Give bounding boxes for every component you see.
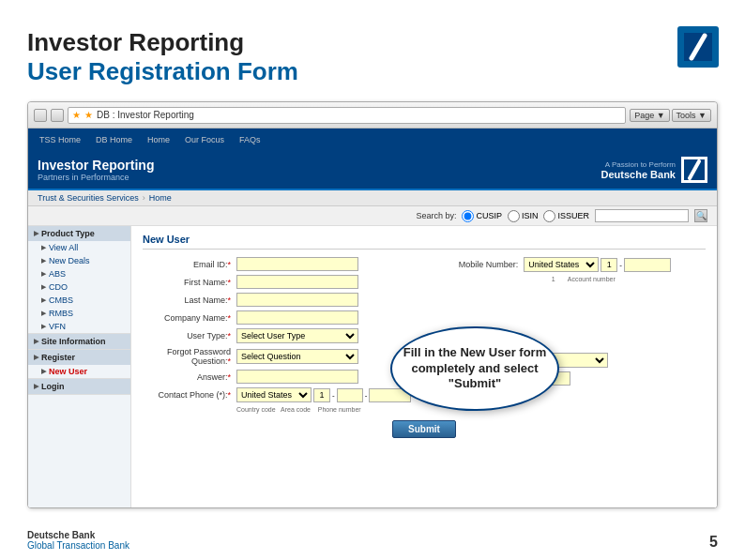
sidebar-new-user[interactable]: ▶ New User	[28, 365, 130, 378]
mobile-label: Mobile Number:	[439, 260, 524, 269]
phone-country-select[interactable]: United States	[236, 387, 312, 402]
sidebar-cmbs[interactable]: ▶ CMBS	[28, 294, 130, 307]
sidebar-cdo[interactable]: ▶ CDO	[28, 280, 130, 294]
form-row-forgotpw: Forgot Password Question:* Select Questi…	[143, 347, 411, 366]
sidebar-abs[interactable]: ▶ ABS	[28, 267, 130, 280]
email-label: Email ID:*	[143, 260, 236, 269]
firstname-input[interactable]	[236, 275, 358, 289]
usertype-label: User Type:*	[143, 331, 236, 341]
form-section-title: New User	[143, 234, 706, 250]
cusip-radio[interactable]	[462, 210, 474, 222]
search-go-btn[interactable]: 🔍	[694, 209, 707, 222]
mobile-number[interactable]	[624, 258, 671, 272]
phone-labels: Country code Area code Phone number	[236, 406, 411, 413]
nav-tss-home[interactable]: TSS Home	[36, 133, 84, 146]
browser-back-btn[interactable]	[34, 109, 47, 122]
nav-db-home[interactable]: DB Home	[92, 133, 136, 146]
browser-fwd-btn[interactable]	[51, 109, 64, 122]
search-issuer[interactable]: ISSUER	[543, 210, 589, 222]
app-db-logo	[681, 157, 707, 183]
forgotpw-label: Forgot Password Question:*	[143, 347, 236, 366]
lastname-label: Last Name:*	[143, 295, 236, 305]
sidebar-login-header[interactable]: ▶ Login	[28, 379, 130, 394]
sidebar-site-info-header[interactable]: ▶ Site Information	[28, 334, 130, 349]
breadcrumb-home[interactable]: Home	[149, 193, 172, 203]
isin-radio[interactable]	[508, 210, 520, 222]
slide-footer-left: Deutsche Bank Global Transaction Bank	[27, 530, 129, 551]
search-cusip[interactable]: CUSIP	[462, 210, 502, 222]
form-row-firstname: First Name:*	[143, 275, 411, 289]
submit-button[interactable]: Submit	[392, 420, 456, 438]
phone-area-code[interactable]	[337, 388, 363, 402]
sidebar-new-deals[interactable]: ▶ New Deals	[28, 254, 130, 267]
callout-text: Fill in the New User form completely and…	[402, 345, 548, 393]
company-input[interactable]	[236, 310, 358, 325]
app-nav: TSS Home DB Home Home Our Focus FAQs	[28, 129, 717, 151]
sidebar-product-type-header[interactable]: ▶ Product Type	[28, 226, 130, 241]
form-row-lastname: Last Name:*	[143, 293, 411, 307]
mobile-labels: 1 Account number	[529, 276, 706, 282]
app-sidebar: ▶ Product Type ▶ View All ▶ New Deals	[28, 226, 131, 507]
form-row-usertype: User Type:* Select User Type	[143, 328, 411, 343]
company-name: Deutsche Bank	[27, 530, 129, 540]
title-line1: Investor Reporting	[27, 28, 298, 57]
app-content-area: New User Email ID:* First Name:*	[131, 226, 717, 507]
view-all-arrow: ▶	[41, 244, 46, 251]
breadcrumb-tss[interactable]: Trust & Securities Services	[38, 193, 139, 203]
title-line2: User Registration Form	[27, 57, 298, 86]
sidebar-section-login: ▶ Login	[28, 379, 130, 395]
phone-fields: United States - -	[236, 387, 411, 402]
app-search-bar: Search by: CUSIP ISIN ISSUER	[28, 206, 717, 226]
form-row-company: Company Name:*	[143, 310, 411, 325]
search-input[interactable]	[595, 209, 689, 222]
form-left-col: Email ID:* First Name:* Last Name:*	[143, 257, 411, 413]
app-header-left: Investor Reporting Partners in Performan…	[38, 158, 154, 182]
db-mini-slash-icon	[684, 159, 705, 180]
app-header-right: A Passion to Perform Deutsche Bank	[601, 157, 707, 183]
mobile-country-select[interactable]: United States	[524, 257, 599, 272]
tools-tool-btn[interactable]: Tools ▼	[672, 109, 711, 122]
sidebar-vfn[interactable]: ▶ VFN	[28, 320, 130, 333]
spacer2	[439, 302, 706, 319]
db-mini-logo-box	[681, 157, 707, 183]
breadcrumb-sep: ›	[143, 193, 145, 203]
product-type-arrow: ▶	[34, 230, 38, 237]
phone-country-code[interactable]	[313, 388, 330, 402]
lastname-input[interactable]	[236, 293, 358, 307]
forgotpw-select[interactable]: Select Question	[236, 349, 358, 364]
search-radio-group: CUSIP ISIN ISSUER	[462, 210, 589, 222]
sidebar-register-header[interactable]: ▶ Register	[28, 350, 130, 365]
sidebar-section-site-info: ▶ Site Information	[28, 334, 130, 350]
email-input[interactable]	[236, 257, 358, 271]
usertype-select[interactable]: Select User Type	[236, 328, 358, 343]
nav-faqs[interactable]: FAQs	[236, 133, 265, 146]
slide-footer: Deutsche Bank Global Transaction Bank 5	[27, 530, 718, 551]
tagline: A Passion to Perform Deutsche Bank	[601, 160, 676, 180]
app-main: ▶ Product Type ▶ View All ▶ New Deals	[28, 226, 717, 507]
app-secondary-nav: Trust & Securities Services › Home	[28, 190, 717, 206]
browser-tools: Page ▼ Tools ▼	[630, 109, 711, 122]
answer-label: Answer:*	[143, 372, 236, 382]
db-logo-box	[677, 26, 719, 68]
answer-input[interactable]	[236, 370, 358, 384]
sidebar-rmbs[interactable]: ▶ RMBS	[28, 307, 130, 320]
brand-name: Investor Reporting	[38, 158, 154, 173]
mobile-fields: United States -	[524, 257, 671, 272]
nav-home[interactable]: Home	[144, 133, 174, 146]
company-label: Company Name:*	[143, 313, 236, 323]
mobile-country-code[interactable]	[601, 258, 617, 272]
page-tool-btn[interactable]: Page ▼	[630, 109, 669, 122]
sidebar-view-all[interactable]: ▶ View All	[28, 241, 130, 254]
nav-our-focus[interactable]: Our Focus	[181, 133, 228, 146]
app-content: TSS Home DB Home Home Our Focus FAQs Inv…	[28, 129, 717, 507]
db-logo	[677, 26, 719, 68]
submit-row: Submit	[143, 420, 706, 438]
search-isin[interactable]: ISIN	[508, 210, 539, 222]
form-row-mobile: Mobile Number: United States -	[439, 257, 706, 272]
phone-label: Contact Phone (*):*	[143, 390, 236, 400]
browser-address-bar[interactable]: ★ ★ DB : Investor Reporting	[68, 107, 626, 124]
issuer-radio[interactable]	[543, 210, 555, 222]
sidebar-section-product-type: ▶ Product Type ▶ View All ▶ New Deals	[28, 226, 130, 334]
db-slash-icon	[684, 33, 712, 61]
star2-icon: ★	[84, 110, 93, 120]
